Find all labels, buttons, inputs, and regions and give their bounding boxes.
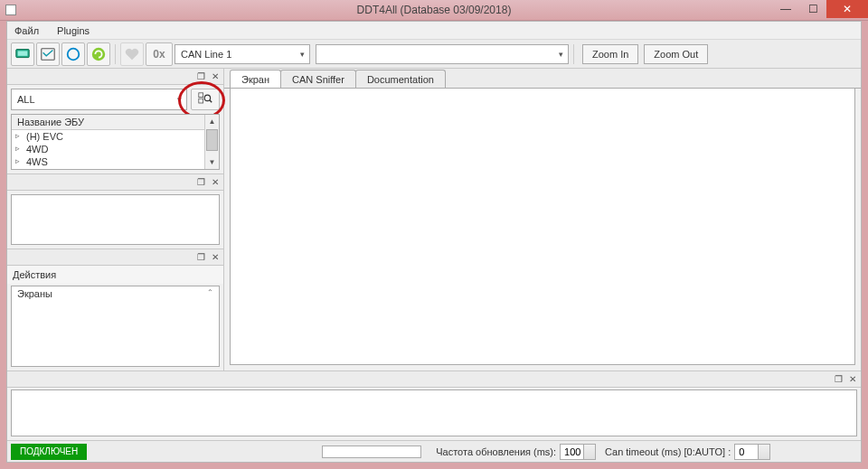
svg-rect-5: [199, 93, 203, 98]
close-pane-icon[interactable]: ✕: [209, 70, 222, 83]
dock-header: ❐ ✕: [7, 174, 223, 191]
close-button[interactable]: ✕: [826, 0, 868, 18]
actions-pane: ❐ ✕ Действия Экраны ⌃: [7, 249, 223, 371]
screens-item[interactable]: Экраны ⌃: [12, 286, 219, 301]
refresh-value: 100: [564, 446, 580, 457]
tab-documentation[interactable]: Documentation: [355, 70, 446, 88]
actions-title: Действия: [7, 266, 223, 284]
svg-rect-1: [18, 51, 28, 55]
scroll-up-icon[interactable]: ▲: [205, 115, 219, 128]
menu-file[interactable]: Файл: [11, 23, 42, 38]
tree-header: Название ЭБУ: [12, 115, 219, 130]
tab-screen[interactable]: Экран: [230, 70, 281, 88]
refresh-icon[interactable]: [61, 42, 85, 66]
refresh-spinner[interactable]: 100 ▲▼: [560, 444, 596, 460]
close-pane-icon[interactable]: ✕: [209, 176, 222, 189]
dock-header: ❐ ✕: [7, 371, 861, 388]
spin-down-icon[interactable]: ▼: [588, 453, 593, 458]
connect-icon[interactable]: [11, 42, 34, 66]
timeout-value: 0: [739, 446, 744, 457]
window-controls: — ☐ ✕: [772, 0, 868, 18]
timeout-label: Can timeout (ms) [0:AUTO] :: [605, 446, 731, 457]
ecu-tree[interactable]: Название ЭБУ (H) EVC 4WD 4WS ▲ ▼: [11, 114, 220, 170]
app-icon: [5, 5, 16, 15]
svg-point-4: [92, 47, 105, 60]
minimize-button[interactable]: —: [772, 0, 799, 18]
maximize-button[interactable]: ☐: [799, 0, 826, 18]
tab-bar: Экран CAN Sniffer Documentation: [224, 69, 861, 89]
search-button[interactable]: [191, 89, 220, 110]
menubar: Файл Plugins: [7, 22, 861, 40]
client-area: Файл Plugins 0x CAN Line 1 Zoom In Zoom …: [6, 21, 862, 463]
close-pane-icon[interactable]: ✕: [209, 251, 222, 264]
ecu-select[interactable]: [316, 44, 569, 64]
filter-row: ALL: [7, 85, 223, 114]
tab-can-sniffer[interactable]: CAN Sniffer: [280, 70, 356, 88]
left-panel: ❐ ✕ ALL Название ЭБУ: [7, 69, 224, 371]
separator: [115, 44, 116, 64]
spin-up-icon[interactable]: ▲: [588, 446, 593, 451]
svg-rect-6: [199, 98, 203, 103]
spin-up-icon[interactable]: ▲: [762, 446, 768, 451]
progress-bar: [322, 446, 421, 458]
titlebar: DDT4All (Database 03/09/2018) — ☐ ✕: [0, 0, 868, 21]
hex-icon[interactable]: 0x: [146, 42, 173, 66]
undock-icon[interactable]: ❐: [194, 176, 207, 189]
bottom-dock: ❐ ✕: [7, 371, 861, 440]
dock-header: ❐ ✕: [7, 249, 223, 266]
right-panel: Экран CAN Sniffer Documentation: [224, 69, 861, 371]
menu-plugins[interactable]: Plugins: [53, 23, 93, 38]
zoom-in-button[interactable]: Zoom In: [582, 44, 638, 64]
can-line-select[interactable]: CAN Line 1: [175, 44, 310, 64]
scroll-down-icon[interactable]: ▼: [205, 155, 219, 169]
connection-badge: ПОДКЛЮЧЕН: [11, 444, 87, 460]
spin-down-icon[interactable]: ▼: [762, 453, 768, 458]
dock-header: ❐ ✕: [7, 69, 223, 85]
undock-icon[interactable]: ❐: [194, 70, 207, 83]
undock-icon[interactable]: ❐: [832, 373, 844, 386]
refresh-label: Частота обновления (ms):: [436, 446, 556, 457]
separator: [573, 44, 574, 64]
window-title: DDT4All (Database 03/09/2018): [357, 4, 512, 16]
sync-icon[interactable]: [87, 42, 110, 66]
toolbar: 0x CAN Line 1 Zoom In Zoom Out: [7, 40, 861, 69]
tree-item[interactable]: 4WD: [12, 143, 219, 155]
middle-pane: ❐ ✕: [7, 174, 223, 249]
statusbar: ПОДКЛЮЧЕН Частота обновления (ms): 100 ▲…: [7, 440, 861, 462]
can-line-value: CAN Line 1: [181, 49, 231, 60]
device-icon[interactable]: [36, 42, 60, 66]
main-row: ❐ ✕ ALL Название ЭБУ: [7, 69, 861, 371]
scrollbar[interactable]: ▲ ▼: [204, 115, 219, 169]
svg-point-3: [68, 48, 80, 60]
ecu-filter-pane: ❐ ✕ ALL Название ЭБУ: [7, 69, 223, 174]
undock-icon[interactable]: ❐: [194, 251, 207, 264]
zoom-out-button[interactable]: Zoom Out: [644, 44, 708, 64]
close-pane-icon[interactable]: ✕: [846, 373, 859, 386]
actions-tree[interactable]: Экраны ⌃: [11, 286, 220, 367]
chevron-up-icon: ⌃: [207, 288, 213, 296]
log-area: [11, 389, 857, 436]
tree-item[interactable]: 4WS: [12, 155, 219, 168]
svg-line-8: [210, 100, 212, 102]
scroll-thumb[interactable]: [206, 129, 218, 151]
tab-content: [230, 89, 855, 365]
filter-select[interactable]: ALL: [11, 89, 187, 110]
tree-item[interactable]: (H) EVC: [12, 130, 219, 143]
search-icon: [198, 92, 212, 107]
timeout-spinner[interactable]: 0 ▲▼: [734, 444, 770, 460]
svg-point-7: [204, 95, 210, 100]
filter-value: ALL: [17, 94, 35, 105]
heart-icon[interactable]: [120, 42, 144, 66]
info-area: [11, 194, 220, 245]
